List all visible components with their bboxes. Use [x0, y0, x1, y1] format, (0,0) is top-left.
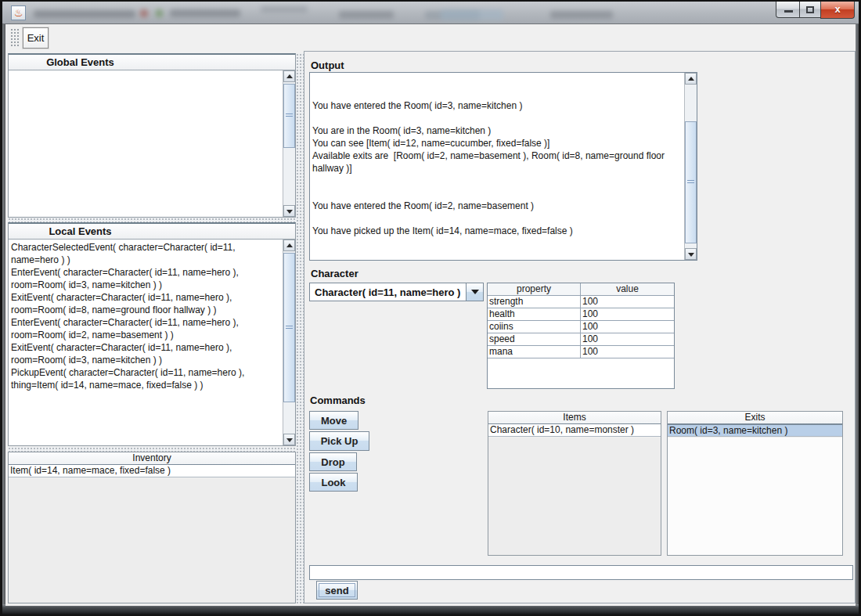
commands-label: Commands [310, 394, 366, 406]
character-select-value: Character( id=11, name=hero ) [315, 286, 460, 298]
maximize-icon [806, 6, 814, 13]
send-button[interactable]: send [316, 581, 358, 600]
titlebar-background-blur [34, 10, 135, 18]
table-row: speed 100 [488, 333, 674, 346]
splitpane-divider-vertical[interactable] [296, 53, 304, 603]
output-label: Output [311, 59, 344, 71]
titlebar[interactable]: ♨ x [2, 2, 859, 24]
local-events-title: Local Events [9, 225, 152, 237]
drop-button[interactable]: Drop [309, 452, 357, 471]
arrow-up-icon [688, 77, 694, 81]
scroll-down-button[interactable] [283, 434, 295, 445]
value-cell[interactable]: 100 [581, 346, 674, 358]
arrow-up-icon [286, 243, 293, 247]
character-properties-table: property value strength 100 health 100 c… [487, 283, 675, 389]
titlebar-background-blur [261, 6, 308, 13]
property-cell[interactable]: speed [488, 333, 581, 346]
output-text: You have entered the Room( id=3, name=ki… [310, 73, 684, 260]
property-cell[interactable]: health [488, 308, 581, 321]
scroll-up-button[interactable] [283, 240, 295, 251]
minimize-icon [784, 10, 793, 13]
look-button[interactable]: Look [309, 473, 358, 492]
minimize-button[interactable] [776, 2, 800, 18]
titlebar-background-blur [339, 11, 394, 19]
chevron-down-icon [471, 290, 479, 294]
titlebar-background-blur [170, 9, 240, 17]
toolbar-drag-handle[interactable] [10, 28, 20, 48]
close-button[interactable]: x [820, 2, 855, 19]
property-column-header[interactable]: property [488, 283, 581, 296]
scrollbar-thumb[interactable] [283, 253, 295, 402]
exit-button[interactable]: Exit [23, 27, 49, 49]
items-column-header[interactable]: Items [488, 412, 661, 424]
output-textarea[interactable]: You have entered the Room( id=3, name=ki… [309, 72, 697, 261]
local-events-header: Local Events [9, 224, 295, 240]
inventory-column-header[interactable]: Inventory [9, 452, 295, 465]
scroll-down-button[interactable] [685, 248, 697, 260]
scrollbar-thumb[interactable] [685, 121, 697, 243]
local-events-scrollbar[interactable] [283, 240, 295, 445]
pick-up-button[interactable]: Pick Up [309, 431, 369, 451]
output-scrollbar[interactable] [684, 73, 697, 260]
global-events-textarea[interactable] [9, 70, 295, 217]
property-cell[interactable]: coiins [488, 321, 581, 333]
items-row[interactable]: Character( id=10, name=monster ) [488, 424, 661, 437]
arrow-down-icon [286, 438, 293, 442]
inventory-empty-area [9, 478, 295, 603]
scroll-up-button[interactable] [685, 73, 697, 85]
local-events-panel: Local Events CharacterSelectedEvent( cha… [8, 222, 296, 446]
local-events-textarea[interactable]: CharacterSelectedEvent( character=Charac… [9, 240, 295, 445]
send-button-label: send [325, 585, 348, 596]
window-frame-right [856, 24, 859, 604]
titlebar-background-blur [550, 11, 613, 19]
arrow-down-icon [688, 253, 694, 257]
close-icon: x [821, 3, 854, 15]
combo-dropdown-button[interactable] [466, 283, 483, 301]
property-cell[interactable]: strength [488, 296, 581, 308]
thumb-grip-icon [286, 326, 293, 330]
global-events-text [9, 70, 283, 217]
property-cell[interactable]: mana [488, 346, 581, 358]
inventory-row[interactable]: Item( id=14, name=mace, fixed=false ) [9, 465, 295, 477]
value-column-header[interactable]: value [581, 283, 674, 296]
thumb-grip-icon [687, 180, 694, 185]
message-input[interactable] [309, 565, 853, 580]
value-cell[interactable]: 100 [581, 333, 674, 346]
titlebar-background-blur [140, 9, 148, 17]
items-panel: Items Character( id=10, name=monster ) [488, 411, 661, 556]
table-row: strength 100 [488, 296, 674, 308]
scroll-down-button[interactable] [283, 205, 295, 217]
exits-column-header[interactable]: Exits [668, 412, 842, 424]
table-row: coiins 100 [488, 321, 674, 333]
toolbar: Exit [5, 24, 856, 51]
global-events-title: Global Events [9, 56, 152, 68]
thumb-grip-icon [286, 113, 293, 118]
window-controls: x [776, 2, 855, 19]
titlebar-background-blur [156, 9, 163, 17]
exits-panel: Exits Room( id=3, name=kitchen ) [667, 411, 843, 556]
value-cell[interactable]: 100 [581, 308, 674, 321]
local-events-text: CharacterSelectedEvent( character=Charac… [9, 240, 283, 445]
value-cell[interactable]: 100 [581, 296, 674, 308]
arrow-up-icon [286, 74, 293, 78]
arrow-down-icon [286, 210, 293, 214]
scrollbar-thumb[interactable] [283, 84, 295, 148]
table-row: health 100 [488, 308, 674, 321]
character-select[interactable]: Character( id=11, name=hero ) [309, 283, 484, 301]
java-app-icon: ♨ [11, 5, 26, 20]
global-events-scrollbar[interactable] [283, 70, 295, 217]
titlebar-background-blur [441, 9, 503, 20]
exits-row-selected[interactable]: Room( id=3, name=kitchen ) [668, 424, 842, 437]
client-area: Exit Global Events Local Events Characte… [5, 24, 856, 606]
items-empty-area [488, 438, 661, 555]
screen: { "toolbar": { "exit_label": "Exit" }, "… [0, 0, 861, 616]
exits-empty-area [668, 438, 842, 555]
table-row: mana 100 [488, 346, 674, 358]
global-events-panel: Global Events [8, 53, 296, 218]
scroll-up-button[interactable] [283, 70, 295, 82]
move-button[interactable]: Move [309, 411, 358, 430]
value-cell[interactable]: 100 [581, 321, 674, 333]
inventory-panel: Inventory Item( id=14, name=mace, fixed=… [8, 452, 296, 603]
maximize-button[interactable] [800, 2, 820, 18]
global-events-header: Global Events [9, 55, 295, 70]
